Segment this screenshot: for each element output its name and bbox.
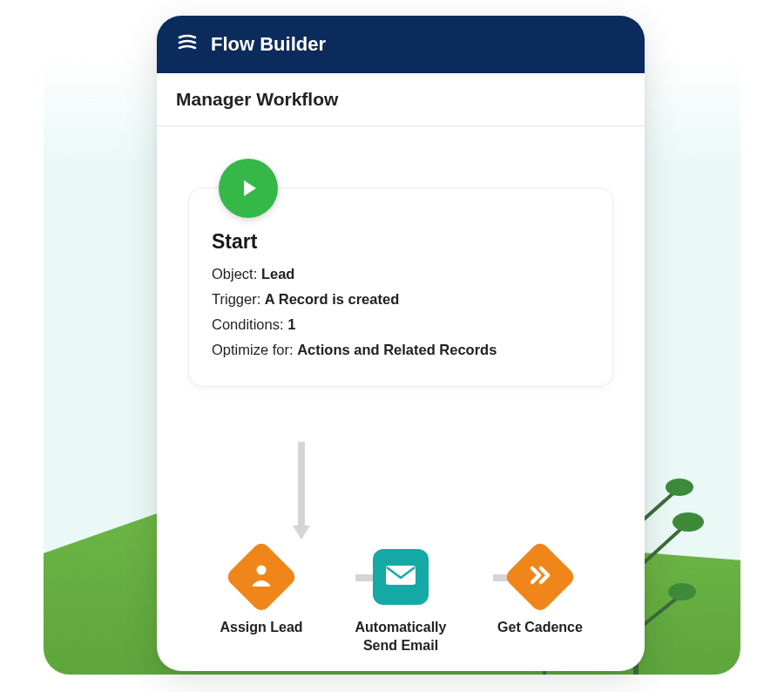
svg-point-5 bbox=[672, 512, 704, 532]
flow-canvas[interactable]: Start Object: Lead Trigger: A Record is … bbox=[157, 126, 645, 671]
person-star-icon bbox=[247, 560, 276, 594]
node-get-cadence[interactable]: Get Cadence bbox=[470, 549, 610, 637]
node-label: Automatically Send Email bbox=[340, 619, 462, 655]
play-icon[interactable] bbox=[219, 159, 278, 218]
start-row-conditions: Conditions: 1 bbox=[212, 316, 590, 333]
start-node-card[interactable]: Start Object: Lead Trigger: A Record is … bbox=[188, 187, 613, 387]
connector-arrow-down bbox=[289, 442, 314, 546]
envelope-icon bbox=[384, 562, 417, 592]
node-send-email[interactable]: Automatically Send Email bbox=[331, 549, 470, 655]
start-row-optimize: Optimize for: Actions and Related Record… bbox=[212, 342, 590, 358]
node-assign-lead[interactable]: Assign Lead bbox=[192, 549, 331, 637]
flow-builder-panel: Flow Builder Manager Workflow Start Obje… bbox=[157, 16, 645, 671]
node-label: Assign Lead bbox=[220, 619, 302, 637]
flow-nodes-row: Assign Lead Automatically Send Email bbox=[157, 549, 645, 655]
app-title: Flow Builder bbox=[211, 33, 326, 56]
start-title: Start bbox=[212, 230, 590, 254]
svg-rect-11 bbox=[386, 566, 416, 585]
start-row-trigger: Trigger: A Record is created bbox=[212, 291, 590, 308]
double-chevron-icon bbox=[525, 560, 555, 594]
svg-point-9 bbox=[666, 478, 693, 496]
start-row-object: Object: Lead bbox=[212, 266, 590, 282]
panel-header: Flow Builder bbox=[157, 16, 645, 73]
node-label: Get Cadence bbox=[497, 619, 583, 637]
workflow-name: Manager Workflow bbox=[157, 73, 645, 126]
svg-point-8 bbox=[668, 583, 696, 600]
flow-icon bbox=[176, 31, 199, 58]
